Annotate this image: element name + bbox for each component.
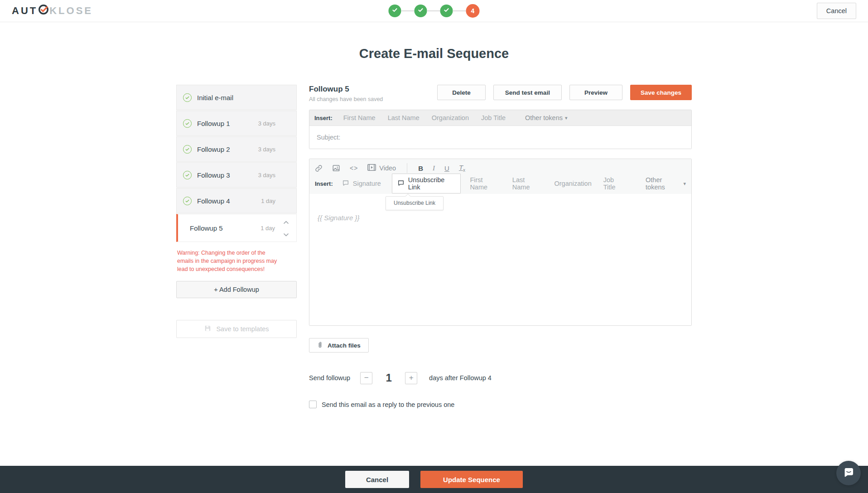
chat-launcher-button[interactable]: [836, 461, 861, 485]
other-tokens-label: Other tokens: [646, 176, 681, 191]
sidebar-item-initial-email[interactable]: Initial e-mail: [176, 85, 297, 110]
progress-stepper: 4: [389, 4, 480, 18]
chevron-up-icon[interactable]: [283, 218, 289, 226]
step-3-done[interactable]: [440, 5, 453, 17]
insert-image-icon[interactable]: [332, 164, 340, 172]
caret-down-icon: ▾: [565, 115, 568, 121]
subject-insert-bar: Insert: First Name Last Name Organizatio…: [309, 110, 691, 126]
sidebar-item-label: Followup 4: [197, 197, 230, 205]
token-first-name[interactable]: First Name: [470, 176, 500, 191]
floppy-disk-icon: [204, 324, 212, 334]
sidebar-item-days: 1 day: [261, 198, 275, 204]
save-to-templates-label: Save to templates: [216, 325, 269, 333]
speech-bubble-icon: [397, 179, 405, 188]
step-1-done[interactable]: [389, 5, 401, 17]
sidebar-item-label: Followup 2: [197, 145, 230, 153]
cancel-button-top[interactable]: Cancel: [817, 3, 856, 19]
video-icon: [367, 164, 376, 172]
sidebar-item-followup-5-active[interactable]: Followup 5 1 day: [176, 214, 297, 242]
token-last-name[interactable]: Last Name: [512, 176, 543, 191]
step-connector: [401, 10, 415, 11]
formatting-toolbar-row: <> Video B I U Tx: [315, 161, 686, 175]
token-last-name[interactable]: Last Name: [388, 114, 420, 121]
step-2-done[interactable]: [415, 5, 427, 17]
sidebar-item-followup-3[interactable]: Followup 3 3 days: [176, 162, 297, 188]
update-sequence-button[interactable]: Update Sequence: [420, 471, 523, 488]
bold-button[interactable]: B: [418, 164, 423, 172]
token-job-title[interactable]: Job Title: [603, 176, 627, 191]
token-first-name[interactable]: First Name: [343, 114, 376, 121]
save-to-templates-button[interactable]: Save to templates: [176, 320, 297, 338]
code-view-icon[interactable]: <>: [350, 164, 358, 172]
saved-status-text: All changes have been saved: [309, 96, 383, 102]
link-icon[interactable]: [315, 164, 323, 172]
sidebar-item-label: Followup 1: [197, 120, 230, 127]
sidebar-item-days: 3 days: [258, 146, 275, 153]
editor-header: Followup 5 All changes have been saved D…: [309, 85, 692, 102]
logo-text-klose: KLOSE: [49, 5, 93, 17]
clear-formatting-button[interactable]: Tx: [459, 164, 465, 173]
followup-title: Followup 5: [309, 85, 383, 94]
signature-token-text: {{ Signature }}: [318, 214, 360, 222]
token-organization[interactable]: Organization: [554, 180, 591, 187]
sequence-sidebar: Initial e-mail Followup 1 3 days Followu…: [176, 85, 297, 338]
speech-bubble-icon: [342, 179, 349, 188]
sidebar-item-followup-1[interactable]: Followup 1 3 days: [176, 111, 297, 136]
rich-text-editor: <> Video B I U Tx Insert: Signature: [309, 159, 692, 326]
editor-toolbar: <> Video B I U Tx Insert: Signature: [309, 159, 691, 194]
email-body-editor[interactable]: {{ Signature }}: [309, 194, 691, 325]
sidebar-item-followup-2[interactable]: Followup 2 3 days: [176, 136, 297, 162]
step-4-current[interactable]: 4: [466, 4, 480, 18]
step-number: 4: [471, 7, 475, 14]
token-organization[interactable]: Organization: [432, 114, 469, 121]
insert-unsubscribe-link-button[interactable]: Unsubscribe Link: [392, 174, 461, 193]
cancel-button-bottom[interactable]: Cancel: [345, 471, 409, 488]
topbar: AUT KLOSE 4 Cancel: [0, 0, 868, 22]
check-icon: [392, 7, 398, 15]
insert-label: Insert:: [314, 115, 333, 121]
send-test-email-button[interactable]: Send test email: [493, 85, 562, 100]
editor-title-block: Followup 5 All changes have been saved: [309, 85, 383, 102]
attach-files-label: Attach files: [328, 342, 361, 349]
sidebar-item-label: Followup 5: [190, 224, 223, 232]
other-tokens-dropdown[interactable]: Other tokens ▾: [525, 114, 568, 121]
chevron-down-icon[interactable]: [283, 230, 289, 238]
sidebar-item-days: 3 days: [258, 120, 275, 127]
delete-button[interactable]: Delete: [437, 85, 486, 100]
reply-checkbox-row[interactable]: Send this email as a reply to the previo…: [309, 401, 692, 408]
insert-video-button[interactable]: Video: [367, 164, 396, 172]
reorder-controls: [283, 218, 289, 238]
paperclip-icon: [317, 341, 323, 350]
logo-text-auto: AUT: [12, 5, 38, 17]
sidebar-item-days: 1 day: [260, 225, 275, 232]
email-editor-panel: Followup 5 All changes have been saved D…: [309, 85, 692, 408]
circle-check-icon: [183, 197, 192, 205]
italic-button[interactable]: I: [433, 164, 435, 172]
step-connector: [427, 10, 440, 11]
other-tokens-label: Other tokens: [525, 114, 563, 121]
preview-button[interactable]: Preview: [569, 85, 622, 100]
unsubscribe-link-label: Unsubscribe Link: [408, 176, 456, 191]
increase-days-button[interactable]: +: [405, 372, 417, 384]
add-followup-button[interactable]: + Add Followup: [176, 281, 297, 298]
save-changes-button[interactable]: Save changes: [630, 85, 692, 100]
days-value: 1: [372, 372, 405, 384]
check-icon: [444, 7, 450, 15]
sidebar-item-followup-4[interactable]: Followup 4 1 day: [176, 188, 297, 213]
insert-signature-button[interactable]: Signature: [342, 179, 381, 188]
underline-button[interactable]: U: [444, 164, 449, 172]
circle-check-icon: [183, 93, 192, 102]
other-tokens-dropdown[interactable]: Other tokens ▾: [646, 176, 686, 191]
attach-files-button[interactable]: Attach files: [309, 338, 369, 353]
sidebar-item-days: 3 days: [258, 172, 275, 179]
reply-checkbox[interactable]: [309, 401, 317, 408]
subject-input[interactable]: [309, 126, 691, 149]
decrease-days-button[interactable]: −: [360, 372, 372, 384]
subject-block: Insert: First Name Last Name Organizatio…: [309, 110, 692, 149]
days-after-label: days after Followup 4: [429, 374, 492, 382]
logo-circle-check-icon: [38, 4, 49, 18]
unsubscribe-link-tooltip: Unsubscribe Link: [386, 196, 444, 210]
token-job-title[interactable]: Job Title: [481, 114, 506, 121]
check-icon: [418, 7, 424, 15]
body-insert-bar: Insert: Signature Unsubscribe Link First…: [315, 175, 686, 192]
